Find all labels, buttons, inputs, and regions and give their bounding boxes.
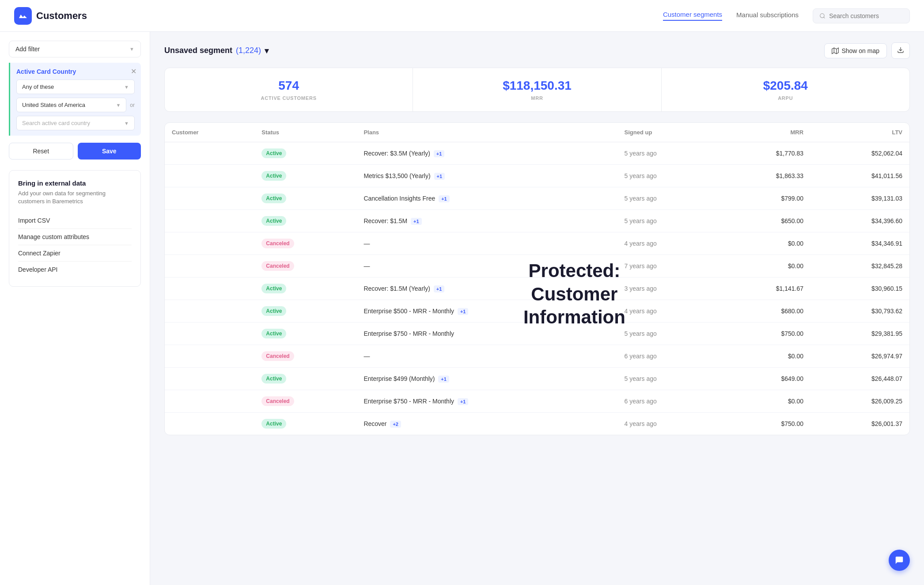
import-csv-link[interactable]: Import CSV [18, 213, 132, 228]
main-layout: Add filter ▼ Active Card Country ✕ Any o… [0, 32, 924, 585]
cell-customer [165, 255, 254, 277]
download-button[interactable] [891, 42, 910, 59]
table-row[interactable]: Active Recover +2 4 years ago $750.00 $2… [165, 413, 909, 435]
cell-signed-up: 5 years ago [617, 368, 720, 390]
cell-signed-up: 4 years ago [617, 232, 720, 255]
filter-search-select[interactable]: Search active card country ▼ [16, 116, 135, 130]
customers-table-wrapper: Customer Status Plans Signed up MRR LTV … [164, 122, 910, 435]
cell-ltv: $52,062.04 [810, 142, 909, 165]
cell-mrr: $1,863.33 [719, 165, 810, 187]
cell-customer [165, 165, 254, 187]
status-badge: Canceled [261, 351, 294, 361]
table-row[interactable]: Active Enterprise $499 (Monthly) +1 5 ye… [165, 368, 909, 390]
table-row[interactable]: Active Recover: $1.5M +1 5 years ago $65… [165, 210, 909, 232]
customers-table: Customer Status Plans Signed up MRR LTV … [165, 123, 909, 435]
stat-label-active: ACTIVE CUSTOMERS [175, 95, 402, 101]
cell-ltv: $26,009.25 [810, 390, 909, 413]
table-row[interactable]: Active Cancellation Insights Free +1 5 y… [165, 187, 909, 210]
filter-condition-select[interactable]: Any of these ▼ [16, 80, 135, 94]
cell-ltv: $32,845.28 [810, 255, 909, 277]
cell-signed-up: 6 years ago [617, 390, 720, 413]
status-badge: Active [261, 306, 286, 316]
table-row[interactable]: Canceled — 4 years ago $0.00 $34,346.91 [165, 232, 909, 255]
cell-customer [165, 390, 254, 413]
cell-customer [165, 277, 254, 300]
chevron-down-icon: ▼ [124, 121, 129, 126]
map-icon [832, 47, 839, 54]
table-row[interactable]: Active Enterprise $750 - MRR - Monthly 5… [165, 323, 909, 345]
stat-value-arpu: $205.84 [672, 79, 899, 93]
stat-active-customers: 574 ACTIVE CUSTOMERS [165, 68, 413, 111]
chevron-down-icon: ▼ [124, 84, 129, 90]
stat-label-arpu: ARPU [672, 95, 899, 101]
cell-ltv: $30,960.15 [810, 277, 909, 300]
search-input[interactable] [829, 12, 903, 19]
col-signed-up: Signed up [617, 123, 720, 142]
status-badge: Active [261, 171, 286, 181]
status-badge: Active [261, 148, 286, 158]
status-badge: Active [261, 284, 286, 293]
cell-mrr: $680.00 [719, 300, 810, 323]
table-row[interactable]: Active Metrics $13,500 (Yearly) +1 5 yea… [165, 165, 909, 187]
status-badge: Active [261, 216, 286, 226]
filter-title: Active Card Country [16, 68, 135, 75]
cell-status: Canceled [254, 255, 356, 277]
active-card-country-filter: Active Card Country ✕ Any of these ▼ Uni… [9, 63, 141, 136]
save-button[interactable]: Save [78, 143, 141, 160]
cell-customer [165, 187, 254, 210]
cell-plans: Enterprise $750 - MRR - Monthly +1 [356, 390, 617, 413]
cell-signed-up: 5 years ago [617, 187, 720, 210]
add-filter-button[interactable]: Add filter ▼ [9, 41, 141, 57]
cell-status: Canceled [254, 345, 356, 368]
cell-plans: Metrics $13,500 (Yearly) +1 [356, 165, 617, 187]
cell-mrr: $649.00 [719, 368, 810, 390]
table-row[interactable]: Active Recover: $3.5M (Yearly) +1 5 year… [165, 142, 909, 165]
table-row[interactable]: Canceled Enterprise $750 - MRR - Monthly… [165, 390, 909, 413]
segment-count: (1,224) [236, 46, 261, 55]
show-on-map-button[interactable]: Show on map [824, 43, 887, 58]
table-row[interactable]: Active Recover: $1.5M (Yearly) +1 3 year… [165, 277, 909, 300]
chevron-down-icon: ▾ [265, 46, 269, 56]
customers-table-container: Customer Status Plans Signed up MRR LTV … [164, 122, 910, 435]
cell-plans: Recover +2 [356, 413, 617, 435]
cell-status: Active [254, 300, 356, 323]
cell-status: Active [254, 187, 356, 210]
filter-value-select[interactable]: United States of America ▼ [16, 98, 126, 112]
connect-zapier-link[interactable]: Connect Zapier [18, 245, 132, 261]
stat-label-mrr: MRR [424, 95, 650, 101]
plan-extra-tag: +1 [438, 376, 449, 383]
app-logo [14, 7, 32, 25]
cell-signed-up: 5 years ago [617, 210, 720, 232]
table-header: Customer Status Plans Signed up MRR LTV [165, 123, 909, 142]
plan-extra-tag: +1 [434, 150, 445, 157]
manage-custom-attributes-link[interactable]: Manage custom attributes [18, 228, 132, 245]
search-box[interactable] [813, 8, 910, 23]
app-title: Customers [36, 10, 87, 22]
table-row[interactable]: Active Enterprise $500 - MRR - Monthly +… [165, 300, 909, 323]
chat-button[interactable] [889, 550, 910, 571]
app-header: Customers Customer segments Manual subsc… [0, 0, 924, 32]
table-row[interactable]: Canceled — 7 years ago $0.00 $32,845.28 [165, 255, 909, 277]
cell-signed-up: 4 years ago [617, 300, 720, 323]
cell-customer [165, 345, 254, 368]
cell-ltv: $39,131.03 [810, 187, 909, 210]
cell-plans: — [356, 345, 617, 368]
external-data-panel: Bring in external data Add your own data… [9, 170, 141, 287]
stats-row: 574 ACTIVE CUSTOMERS $118,150.31 MRR $20… [164, 68, 910, 112]
cell-status: Active [254, 413, 356, 435]
table-row[interactable]: Canceled — 6 years ago $0.00 $26,974.97 [165, 345, 909, 368]
reset-button[interactable]: Reset [9, 143, 73, 160]
col-plans: Plans [356, 123, 617, 142]
plan-extra-tag: +2 [390, 421, 401, 428]
cell-mrr: $0.00 [719, 232, 810, 255]
cell-status: Canceled [254, 232, 356, 255]
cell-mrr: $0.00 [719, 390, 810, 413]
table-body: Active Recover: $3.5M (Yearly) +1 5 year… [165, 142, 909, 435]
nav-manual-subscriptions[interactable]: Manual subscriptions [736, 11, 799, 20]
nav-customer-segments[interactable]: Customer segments [663, 11, 722, 21]
developer-api-link[interactable]: Developer API [18, 261, 132, 277]
cell-customer [165, 323, 254, 345]
segment-title[interactable]: Unsaved segment (1,224) ▾ [164, 46, 269, 56]
close-filter-button[interactable]: ✕ [131, 67, 136, 76]
cell-mrr: $750.00 [719, 323, 810, 345]
